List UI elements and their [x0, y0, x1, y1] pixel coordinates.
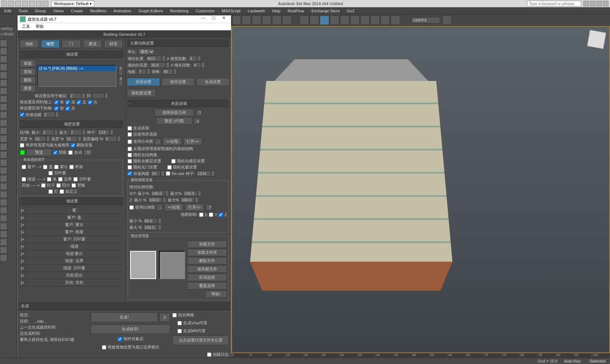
menu-rendering[interactable]: Rendering — [167, 8, 192, 14]
teapot-icon[interactable] — [442, 16, 452, 25]
strip-icon[interactable] — [0, 167, 7, 174]
dialog-titlebar[interactable]: 建筑生成器 v0.7 — ▢ ✕ — [18, 16, 231, 23]
hoff-spinner[interactable] — [105, 136, 121, 142]
strip-icon[interactable] — [0, 231, 7, 238]
balcony-check[interactable] — [56, 183, 61, 188]
strip-icon[interactable] — [0, 207, 7, 214]
open-icon[interactable] — [15, 1, 21, 7]
proxy-path-button[interactable]: 点击设置代理文件夹位置 — [172, 335, 229, 345]
strip-icon[interactable] — [0, 119, 7, 127]
custom-check[interactable] — [60, 189, 64, 194]
strip-icon[interactable] — [0, 87, 7, 95]
menu-goz[interactable]: GoZ — [343, 8, 358, 14]
seg-min-spinner[interactable] — [42, 129, 58, 135]
help-icon[interactable] — [603, 1, 609, 7]
tab-material[interactable]: 材质 — [104, 40, 123, 48]
use-scale-check[interactable] — [129, 205, 134, 210]
settings-row[interactable]: [+窗 — [20, 207, 123, 214]
selected-button[interactable]: Selected — [587, 359, 608, 364]
xy-min-spinner[interactable] — [151, 190, 169, 196]
shutter2-check[interactable] — [73, 177, 78, 181]
unit-select[interactable]: 通用 — [138, 48, 155, 55]
toolbar-btn[interactable] — [391, 16, 400, 25]
bevel-back-check[interactable] — [65, 106, 70, 111]
floors-spinner[interactable] — [138, 69, 150, 74]
seg-seed-spinner[interactable] — [98, 129, 113, 135]
building-model[interactable] — [250, 59, 452, 291]
del-back-check[interactable] — [71, 143, 75, 147]
menu-create[interactable]: Create — [67, 8, 86, 14]
rand-door-check[interactable] — [128, 165, 132, 170]
strip-icon[interactable] — [0, 56, 7, 63]
dist-open[interactable]: 打开>> — [183, 138, 202, 145]
bevel-spinner[interactable] — [162, 69, 177, 74]
strip-icon[interactable] — [0, 48, 7, 55]
menu-group[interactable]: Group — [31, 8, 50, 14]
vray-check[interactable] — [177, 321, 182, 325]
menu-edit[interactable]: Edit — [1, 8, 15, 14]
strip-icon[interactable] — [0, 80, 7, 87]
make-obj-check[interactable] — [118, 337, 122, 341]
left-check[interactable] — [77, 100, 81, 104]
settings-row[interactable]: [+窗户: 百叶窗 — [20, 236, 123, 243]
window-check[interactable] — [22, 165, 26, 169]
wheight-spinner[interactable] — [150, 62, 169, 68]
xy-max-spinner[interactable] — [183, 190, 201, 196]
up-button[interactable]: u — [119, 66, 123, 76]
new-icon[interactable] — [8, 1, 14, 7]
menu-help[interactable]: Help — [269, 8, 284, 14]
back-check[interactable] — [65, 100, 70, 104]
menu-maxscript[interactable]: MAXScript — [218, 8, 244, 14]
generate-material-button[interactable]: 生成材质! — [91, 324, 170, 334]
preset-btn[interactable]: 加载文件 — [187, 240, 227, 248]
toolbar-btn[interactable] — [360, 16, 370, 25]
z-max-spinner[interactable] — [180, 197, 198, 203]
cover-check[interactable] — [43, 165, 47, 169]
menu-animation[interactable]: Animation — [110, 8, 135, 14]
viewcube[interactable] — [587, 30, 606, 49]
settings-row[interactable]: [+缩进:窗台 — [20, 250, 123, 257]
dialog-menu-tools[interactable]: 工具 — [19, 23, 33, 30]
width-spinner[interactable] — [34, 136, 50, 142]
viewport[interactable] — [231, 26, 610, 353]
strip-icon[interactable] — [0, 183, 7, 190]
dialog-menu-help[interactable]: 帮助 — [33, 23, 47, 30]
scale-grab[interactable]: <<拾取 — [164, 204, 184, 211]
create-log-check[interactable] — [207, 352, 211, 357]
generate-x-button[interactable]: X — [159, 313, 170, 322]
preset-btn[interactable]: 保存新文件 — [187, 265, 227, 273]
height-spinner[interactable] — [65, 136, 81, 142]
strip-icon[interactable] — [0, 239, 7, 246]
right-check[interactable] — [88, 100, 92, 104]
sill-check[interactable] — [54, 165, 59, 169]
toolbar-btn[interactable] — [381, 16, 390, 25]
preset-slot2[interactable] — [159, 251, 185, 279]
tab-floor[interactable]: 地板 — [20, 40, 39, 48]
save-icon[interactable] — [22, 1, 28, 7]
wall-listbox[interactable]: (2 to *) {FBLR} {fBbB} --> — [37, 65, 116, 87]
toolbar-btn[interactable] — [232, 16, 241, 25]
wall-list-item[interactable]: (2 to *) {FBLR} {fBbB} --> — [38, 65, 116, 71]
redo-icon[interactable] — [36, 1, 42, 7]
strip-icon[interactable] — [0, 95, 7, 103]
menu-realflow[interactable]: RealFlow — [284, 8, 308, 14]
combine-check[interactable] — [172, 313, 177, 317]
strip-icon[interactable] — [0, 64, 7, 71]
star-icon[interactable] — [596, 1, 602, 7]
vmpp-dropdown[interactable]: VMPP4 — [411, 17, 440, 23]
seg-max-spinner[interactable] — [70, 129, 86, 135]
settings-row[interactable]: [+窗户: 盖 — [20, 214, 123, 221]
strip-icon[interactable] — [0, 127, 7, 134]
x-check[interactable] — [199, 213, 203, 217]
toolbar-btn[interactable] — [370, 16, 380, 25]
settings-row[interactable]: [+其他:阳台 — [20, 272, 123, 279]
floor-from-spinner[interactable] — [69, 93, 85, 99]
scale-minus[interactable]: - — [156, 204, 163, 211]
color-swatch[interactable] — [20, 150, 25, 155]
scale-open[interactable]: 打开>> — [185, 204, 204, 211]
strip-icon[interactable] — [0, 247, 7, 254]
fast-spinner[interactable] — [151, 171, 164, 176]
toolbar-btn[interactable] — [350, 16, 360, 25]
lseg-spinner[interactable] — [193, 62, 205, 68]
toolbar-btn[interactable] — [252, 16, 261, 25]
